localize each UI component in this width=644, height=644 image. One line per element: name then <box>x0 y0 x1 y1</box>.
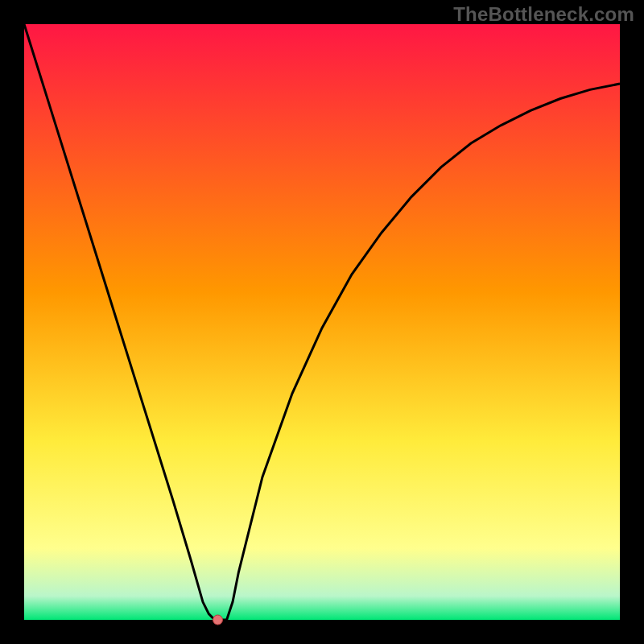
bottleneck-chart <box>0 0 644 644</box>
plot-background <box>24 24 620 620</box>
chart-frame: TheBottleneck.com <box>0 0 644 644</box>
watermark-text: TheBottleneck.com <box>453 3 634 26</box>
optimal-point-marker <box>213 615 223 625</box>
